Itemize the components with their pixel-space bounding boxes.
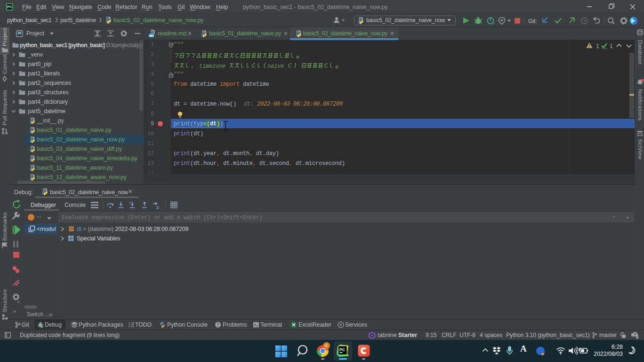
svg-text:1: 1 [610, 43, 613, 49]
svg-text:»: » [13, 308, 16, 314]
svg-text:PC: PC [339, 347, 345, 352]
svg-text:Git:: Git: [528, 18, 537, 25]
svg-text:?: ? [634, 332, 636, 337]
svg-text:1: 1 [596, 43, 599, 49]
svg-text:MD: MD [149, 34, 154, 37]
